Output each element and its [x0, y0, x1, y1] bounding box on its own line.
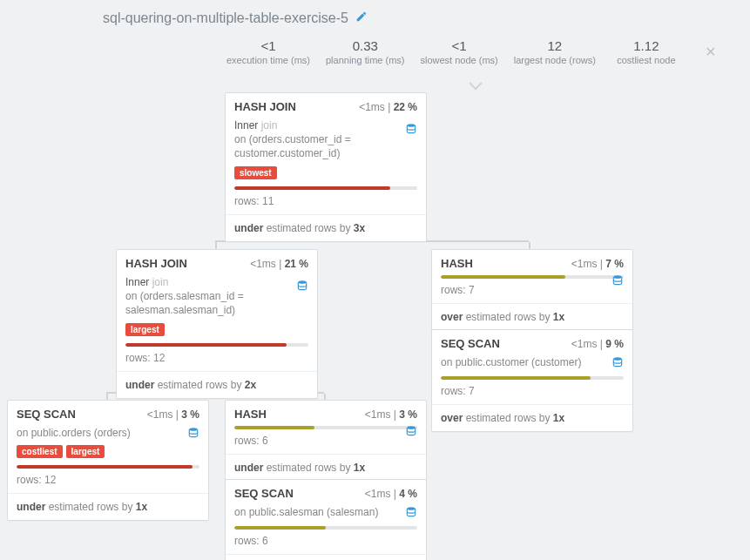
database-icon[interactable] [611, 356, 624, 368]
plan-node-seqscan-salesman[interactable]: SEQ SCAN <1ms | 4 % on public.salesman (… [225, 479, 427, 560]
plan-node-hash-join-root[interactable]: HASH JOIN <1ms | 22 % Inner join on (ord… [225, 92, 427, 242]
cost-bar-fill [125, 343, 287, 347]
rows-line: rows: 12 [125, 352, 308, 364]
cost-bar [234, 186, 417, 190]
node-title: SEQ SCAN [17, 408, 76, 421]
node-meta: <1ms | 4 % [365, 488, 417, 500]
database-icon[interactable] [611, 274, 624, 287]
stat-value: <1 [420, 38, 497, 53]
node-title: HASH JOIN [234, 100, 296, 113]
plan-node-hash-salesman[interactable]: HASH <1ms | 3 % rows: 6 under estimated … [225, 400, 427, 482]
cost-bar [234, 526, 417, 530]
node-header: SEQ SCAN <1ms | 3 % [17, 408, 199, 421]
stat-costliest-node: 1.12 costliest node [611, 38, 681, 65]
stats-row: <1 execution time (ms) 0.33 planning tim… [226, 38, 716, 65]
stat-slowest-node: <1 slowest node (ms) [420, 38, 497, 65]
cost-bar [125, 343, 308, 347]
estimate-line: over estimated rows by 1x [432, 303, 632, 323]
stat-planning-time: 0.33 planning time (ms) [326, 38, 404, 65]
estimate-line: under estimated rows by 1x [226, 554, 426, 560]
svg-point-1 [298, 280, 306, 284]
badge-largest: largest [125, 323, 165, 336]
node-header: HASH <1ms | 3 % [234, 408, 417, 421]
node-description: on public.customer (customer) [441, 355, 624, 369]
node-meta: <1ms | 22 % [359, 101, 417, 113]
node-header: SEQ SCAN <1ms | 9 % [441, 337, 624, 350]
estimate-line: under estimated rows by 1x [8, 493, 208, 513]
stat-execution-time: <1 execution time (ms) [226, 38, 310, 65]
badges: costliest largest [17, 445, 199, 458]
plan-node-seqscan-orders[interactable]: SEQ SCAN <1ms | 3 % on public.orders (or… [7, 400, 209, 521]
cost-bar-fill [234, 526, 326, 530]
svg-point-6 [407, 507, 415, 510]
plan-node-seqscan-customer[interactable]: SEQ SCAN <1ms | 9 % on public.customer (… [431, 329, 633, 432]
chevron-down-icon [469, 82, 483, 91]
node-header: HASH JOIN <1ms | 22 % [234, 100, 417, 113]
svg-point-3 [613, 357, 621, 361]
node-header: HASH JOIN <1ms | 21 % [125, 257, 308, 270]
database-icon[interactable] [405, 425, 417, 437]
plan-node-hash-customer[interactable]: HASH <1ms | 7 % rows: 7 over estimated r… [431, 249, 633, 331]
node-meta: <1ms | 3 % [365, 408, 417, 421]
stat-label: planning time (ms) [326, 55, 404, 65]
cost-bar-fill [17, 465, 193, 469]
estimate-line: over estimated rows by 1x [432, 404, 632, 424]
edit-icon[interactable] [355, 10, 368, 26]
page-title: sql-quering-on-multiple-table-exercise-5 [103, 10, 348, 26]
stat-value: 1.12 [611, 38, 681, 53]
cost-bar-fill [234, 186, 390, 190]
svg-point-5 [407, 426, 415, 429]
node-description: Inner join on (orders.customer_id = cust… [234, 118, 417, 161]
badge-largest: largest [66, 445, 105, 458]
rows-line: rows: 11 [234, 195, 417, 207]
estimate-line: under estimated rows by 1x [226, 454, 426, 474]
svg-point-4 [189, 428, 197, 431]
node-description: on public.orders (orders) [17, 426, 199, 440]
node-description: Inner join on (orders.salesman_id = sale… [125, 275, 308, 318]
stat-value: 0.33 [326, 38, 404, 53]
stat-value: 12 [514, 38, 596, 53]
node-title: HASH [234, 408, 267, 421]
badge-slowest: slowest [234, 166, 277, 179]
rows-line: rows: 6 [234, 435, 417, 447]
plan-node-hash-join-child[interactable]: HASH JOIN <1ms | 21 % Inner join on (ord… [116, 249, 318, 399]
cost-bar-fill [234, 426, 314, 429]
node-title: SEQ SCAN [441, 337, 500, 350]
database-icon[interactable] [187, 427, 199, 439]
node-header: HASH <1ms | 7 % [441, 257, 624, 270]
stat-largest-node: 12 largest node (rows) [514, 38, 596, 65]
cost-bar-fill [441, 376, 591, 380]
svg-point-2 [613, 275, 621, 279]
rows-line: rows: 12 [17, 474, 199, 486]
page-title-bar: sql-quering-on-multiple-table-exercise-5 [103, 10, 368, 26]
badges: largest [125, 323, 308, 336]
cost-bar [441, 275, 624, 279]
database-icon[interactable] [405, 506, 417, 518]
node-header: SEQ SCAN <1ms | 4 % [234, 487, 417, 500]
stat-label: execution time (ms) [226, 55, 310, 65]
database-icon[interactable] [405, 123, 417, 135]
badges: slowest [234, 166, 417, 179]
stat-label: largest node (rows) [514, 55, 596, 65]
close-icon[interactable]: × [706, 42, 716, 62]
database-icon[interactable] [296, 280, 308, 292]
estimate-line: under estimated rows by 2x [117, 371, 317, 391]
stat-label: slowest node (ms) [420, 55, 497, 65]
node-title: HASH JOIN [125, 257, 187, 270]
rows-line: rows: 6 [234, 535, 417, 547]
cost-bar [441, 376, 624, 380]
cost-bar [234, 426, 417, 429]
node-meta: <1ms | 7 % [571, 258, 624, 270]
node-description: on public.salesman (salesman) [234, 505, 417, 519]
node-title: SEQ SCAN [234, 487, 294, 500]
stat-value: <1 [226, 38, 310, 53]
cost-bar [17, 465, 199, 469]
rows-line: rows: 7 [441, 385, 624, 397]
rows-line: rows: 7 [441, 284, 624, 296]
node-meta: <1ms | 21 % [250, 258, 308, 270]
cost-bar-fill [441, 275, 565, 279]
svg-point-0 [407, 124, 415, 127]
estimate-line: under estimated rows by 3x [226, 214, 426, 234]
node-title: HASH [441, 257, 473, 270]
stat-label: costliest node [611, 55, 681, 65]
